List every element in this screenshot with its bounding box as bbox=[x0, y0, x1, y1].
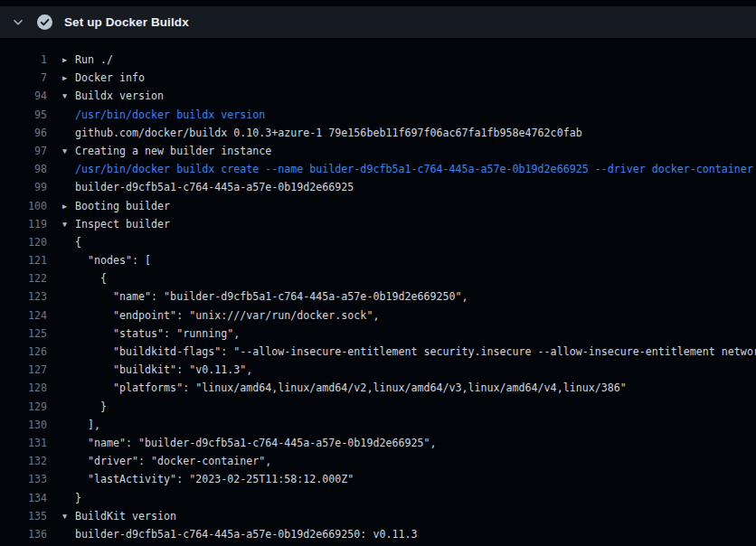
log-row: 1▶Run ./ bbox=[0, 51, 756, 69]
log-row: 99builder-d9cfb5a1-c764-445a-a57e-0b19d2… bbox=[0, 178, 756, 196]
group-title: Inspect builder bbox=[75, 215, 170, 233]
log-output-text: "status": "running", bbox=[62, 325, 240, 343]
log-lines: 1▶Run ./7▶Docker info94▼Buildx version95… bbox=[0, 51, 756, 543]
group-title: BuildKit version bbox=[75, 507, 176, 525]
line-number[interactable]: 125 bbox=[0, 325, 47, 343]
line-number[interactable]: 121 bbox=[0, 251, 47, 269]
line-number[interactable]: 133 bbox=[0, 470, 47, 488]
line-number[interactable]: 7 bbox=[0, 69, 47, 87]
line-number[interactable]: 132 bbox=[0, 452, 47, 470]
log-row: 127 "buildkit": "v0.11.3", bbox=[0, 361, 756, 379]
line-number[interactable]: 99 bbox=[0, 178, 47, 196]
line-number[interactable]: 128 bbox=[0, 379, 47, 397]
log-row: 94▼Buildx version bbox=[0, 87, 756, 105]
triangle-down-icon: ▼ bbox=[62, 506, 75, 524]
line-number[interactable]: 123 bbox=[0, 287, 47, 306]
log-row: 134} bbox=[0, 489, 756, 507]
line-number[interactable]: 129 bbox=[0, 398, 47, 416]
log-row: 100▶Booting builder bbox=[0, 197, 756, 215]
line-number[interactable]: 120 bbox=[0, 233, 47, 251]
line-number[interactable]: 94 bbox=[0, 87, 47, 105]
log-output-text: { bbox=[62, 233, 81, 251]
log-output-text: ], bbox=[62, 416, 100, 434]
log-command-text: /usr/bin/docker buildx create --name bui… bbox=[62, 160, 753, 178]
log-output-text: "name": "builder-d9cfb5a1-c764-445a-a57e… bbox=[62, 434, 436, 452]
log-row: 95/usr/bin/docker buildx version bbox=[0, 106, 756, 124]
log-row: 119▼Inspect builder bbox=[0, 215, 756, 233]
log-output-text: builder-d9cfb5a1-c764-445a-a57e-0b19d2e6… bbox=[62, 178, 354, 196]
log-output-text: "lastActivity": "2023-02-25T11:58:12.000… bbox=[62, 470, 354, 488]
log-row: 133 "lastActivity": "2023-02-25T11:58:12… bbox=[0, 470, 756, 488]
log-row: 129 } bbox=[0, 398, 756, 416]
group-title: Docker info bbox=[75, 69, 145, 87]
line-number[interactable]: 95 bbox=[0, 106, 47, 124]
line-number[interactable]: 136 bbox=[0, 525, 47, 543]
log-group-toggle[interactable]: ▼Buildx version bbox=[62, 87, 164, 105]
triangle-right-icon: ▶ bbox=[62, 196, 75, 214]
log-output-text: builder-d9cfb5a1-c764-445a-a57e-0b19d2e6… bbox=[62, 525, 417, 543]
log-command-text: /usr/bin/docker buildx version bbox=[62, 106, 265, 124]
log-row: 131 "name": "builder-d9cfb5a1-c764-445a-… bbox=[0, 434, 756, 452]
log-row: 135▼BuildKit version bbox=[0, 507, 756, 525]
line-number[interactable]: 97 bbox=[0, 142, 47, 160]
log-row: 126 "buildkitd-flags": "--allow-insecure… bbox=[0, 343, 756, 361]
line-number[interactable]: 134 bbox=[0, 489, 47, 507]
triangle-down-icon: ▼ bbox=[62, 214, 75, 232]
log-row: 96github.com/docker/buildx 0.10.3+azure-… bbox=[0, 124, 756, 142]
group-title: Buildx version bbox=[75, 87, 164, 105]
line-number[interactable]: 126 bbox=[0, 343, 47, 361]
log-row: 122 { bbox=[0, 269, 756, 287]
line-number[interactable]: 127 bbox=[0, 361, 47, 379]
log-output-text: "buildkitd-flags": "--allow-insecure-ent… bbox=[62, 343, 756, 361]
line-number[interactable]: 130 bbox=[0, 416, 47, 434]
log-output-text: } bbox=[62, 489, 81, 507]
log-row: 132 "driver": "docker-container", bbox=[0, 452, 756, 470]
log-output-text: "endpoint": "unix:///var/run/docker.sock… bbox=[62, 306, 379, 325]
log-row: 120{ bbox=[0, 233, 756, 251]
line-number[interactable]: 96 bbox=[0, 124, 47, 142]
line-number[interactable]: 1 bbox=[0, 51, 47, 69]
step-header-bar[interactable]: Set up Docker Buildx bbox=[0, 6, 756, 38]
log-viewer: 1▶Run ./7▶Docker info94▼Buildx version95… bbox=[0, 38, 756, 543]
line-number[interactable]: 122 bbox=[0, 269, 47, 287]
log-output-text: github.com/docker/buildx 0.10.3+azure-1 … bbox=[62, 124, 582, 142]
log-output-text: "name": "builder-d9cfb5a1-c764-445a-a57e… bbox=[62, 287, 468, 306]
log-output-text: "driver": "docker-container", bbox=[62, 452, 271, 470]
log-row: 124 "endpoint": "unix:///var/run/docker.… bbox=[0, 306, 756, 325]
log-group-toggle[interactable]: ▼Creating a new builder instance bbox=[62, 142, 271, 160]
triangle-right-icon: ▶ bbox=[62, 51, 75, 69]
log-row: 98/usr/bin/docker buildx create --name b… bbox=[0, 160, 756, 178]
chevron-down-icon[interactable] bbox=[13, 17, 24, 28]
log-row: 121 "nodes": [ bbox=[0, 251, 756, 269]
log-row: 7▶Docker info bbox=[0, 69, 756, 87]
log-group-toggle[interactable]: ▼Inspect builder bbox=[62, 215, 170, 233]
check-circle-icon bbox=[36, 14, 53, 31]
log-output-text: "nodes": [ bbox=[62, 251, 151, 269]
line-number[interactable]: 131 bbox=[0, 434, 47, 452]
log-row: 123 "name": "builder-d9cfb5a1-c764-445a-… bbox=[0, 287, 756, 306]
step-title: Set up Docker Buildx bbox=[64, 15, 189, 29]
log-row: 97▼Creating a new builder instance bbox=[0, 142, 756, 160]
triangle-right-icon: ▶ bbox=[62, 69, 75, 87]
log-group-toggle[interactable]: ▼BuildKit version bbox=[62, 507, 176, 525]
line-number[interactable]: 98 bbox=[0, 160, 47, 178]
group-title: Booting builder bbox=[75, 197, 170, 215]
triangle-down-icon: ▼ bbox=[62, 141, 75, 159]
log-group-toggle[interactable]: ▶Booting builder bbox=[62, 197, 170, 215]
line-number[interactable]: 119 bbox=[0, 215, 47, 233]
log-output-text: "buildkit": "v0.11.3", bbox=[62, 361, 252, 379]
line-number[interactable]: 135 bbox=[0, 507, 47, 525]
triangle-down-icon: ▼ bbox=[62, 87, 75, 105]
line-number[interactable]: 124 bbox=[0, 306, 47, 325]
log-row: 130 ], bbox=[0, 416, 756, 434]
log-group-toggle[interactable]: ▶Run ./ bbox=[62, 51, 113, 69]
group-title: Run ./ bbox=[75, 51, 113, 69]
log-row: 125 "status": "running", bbox=[0, 325, 756, 343]
line-number[interactable]: 100 bbox=[0, 197, 47, 215]
log-group-toggle[interactable]: ▶Docker info bbox=[62, 69, 145, 87]
group-title: Creating a new builder instance bbox=[75, 142, 271, 160]
log-row: 128 "platforms": "linux/amd64,linux/amd6… bbox=[0, 379, 756, 397]
log-output-text: } bbox=[62, 398, 107, 416]
log-output-text: { bbox=[62, 269, 107, 287]
log-output-text: "platforms": "linux/amd64,linux/amd64/v2… bbox=[62, 379, 627, 397]
